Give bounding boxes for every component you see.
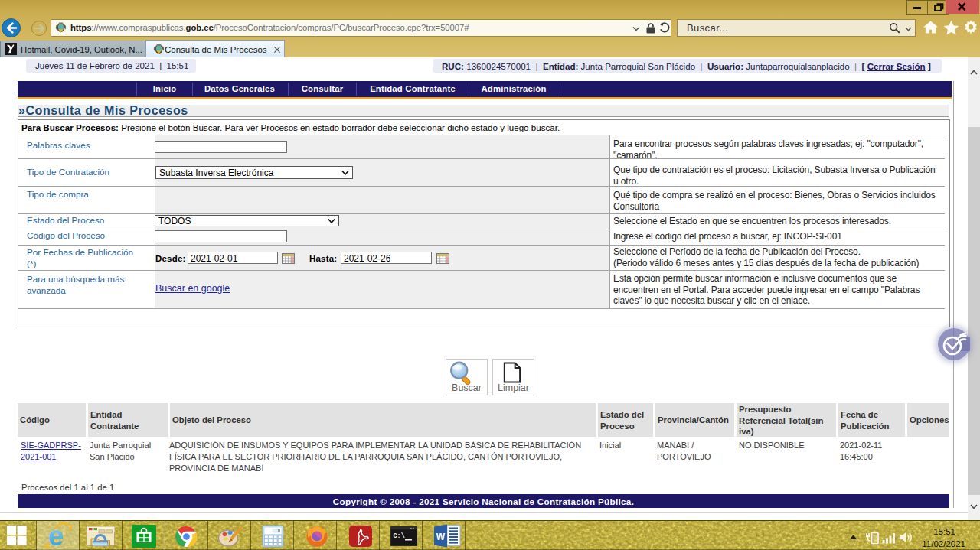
- svg-text:C:\: C:\: [394, 532, 405, 540]
- svg-text:W: W: [436, 532, 446, 542]
